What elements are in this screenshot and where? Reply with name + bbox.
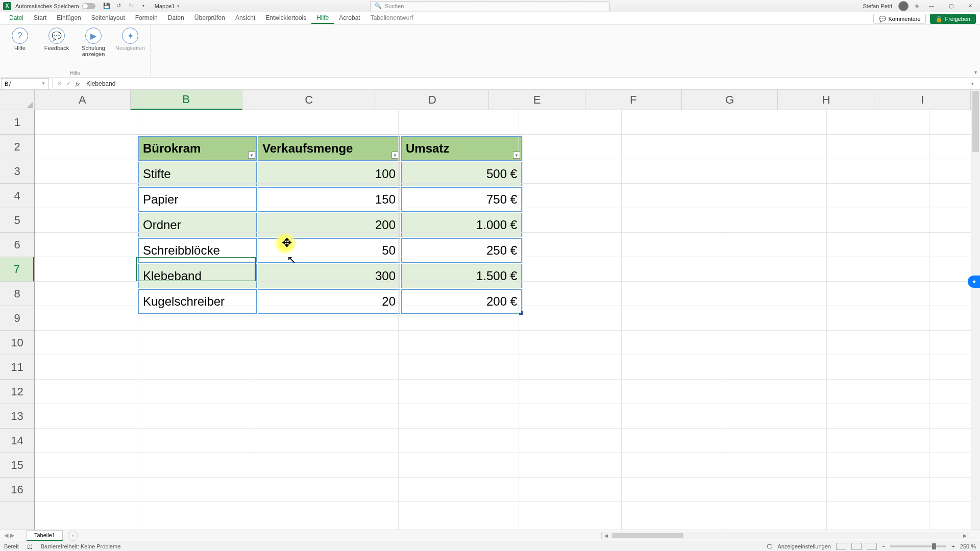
diamond-icon[interactable]: ◈ [915,3,919,9]
ribbon-tabs: Datei StartEinfügenSeitenlayoutFormelnDa… [0,12,980,24]
maximize-button[interactable]: ▢ [944,1,958,11]
zoom-thumb[interactable] [932,543,936,549]
tab-start[interactable]: Start [29,12,52,24]
redo-icon[interactable]: ↻ [127,2,136,11]
page-layout-view-icon[interactable] [851,543,862,550]
col-header-C[interactable]: C [242,90,376,110]
undo-icon[interactable]: ↺ [114,2,124,11]
row-header-11[interactable]: 11 [0,355,34,380]
ribbon-group-label: Hilfe [70,70,80,76]
excel-icon: X [3,2,11,10]
ribbon-hilfe[interactable]: ?Hilfe [5,28,35,57]
qat-dropdown-icon[interactable]: ▾ [139,2,148,11]
row-header-2[interactable]: 2 [0,135,34,159]
formula-input[interactable]: Klebeband [82,80,968,87]
tab-acrobat[interactable]: Acrobat [334,12,365,24]
row-header-5[interactable]: 5 [0,208,34,233]
cancel-formula-icon[interactable]: ✕ [55,80,64,87]
col-header-H[interactable]: H [778,90,874,110]
tab-ansicht[interactable]: Ansicht [230,12,260,24]
collapse-ribbon-icon[interactable]: ▾ [974,69,977,75]
row-header-9[interactable]: 9 [0,306,34,331]
row-header-3[interactable]: 3 [0,159,34,184]
toggle-track[interactable] [82,3,95,9]
row-header-13[interactable]: 13 [0,404,34,429]
normal-view-icon[interactable] [836,543,846,550]
row-header-8[interactable]: 8 [0,282,34,306]
ribbon-icon: ▶ [85,28,102,44]
scroll-right-icon[interactable]: ▶ [961,533,969,538]
zoom-out-icon[interactable]: − [882,543,885,549]
share-button[interactable]: 🔓 Freigeben [930,14,976,24]
accept-formula-icon[interactable]: ✓ [64,80,73,87]
name-box[interactable]: B7 ▼ [1,78,49,89]
col-header-A[interactable]: A [35,90,131,110]
user-name[interactable]: Stefan Petri [863,3,892,9]
save-icon[interactable]: 💾 [102,2,111,11]
row-header-1[interactable]: 1 [0,110,34,135]
close-button[interactable]: ✕ [964,1,977,11]
row-header-12[interactable]: 12 [0,380,34,404]
status-ready: Bereit [4,543,19,549]
tab-tabellenentwurf[interactable]: Tabellenentwurf [365,12,419,24]
name-box-value: B7 [5,81,11,87]
scrollbar-thumb[interactable] [612,533,683,538]
row-header-6[interactable]: 6 [0,233,34,257]
tab-entwicklertools[interactable]: Entwicklertools [260,12,311,24]
scrollbar-thumb[interactable] [972,91,979,152]
tab-hilfe[interactable]: Hilfe [311,12,334,24]
tab-überprüfen[interactable]: Überprüfen [189,12,230,24]
share-label: Freigeben [945,16,970,22]
tab-daten[interactable]: Daten [163,12,189,24]
zoom-level[interactable]: 250 % [960,543,976,549]
search-input[interactable]: 🔍 Suchen [370,1,610,11]
ribbon-schulung-anzeigen[interactable]: ▶Schulung anzeigen [79,28,108,57]
col-header-E[interactable]: E [489,90,585,110]
ribbon-icon: ✦ [122,28,138,44]
status-accessibility: Barrierefreiheit: Keine Probleme [41,543,121,549]
autosave-toggle[interactable]: Automatisches Speichern [15,3,95,9]
horizontal-scrollbar[interactable]: ◀ ▶ [601,532,969,539]
tab-einfügen[interactable]: Einfügen [52,12,86,24]
row-header-10[interactable]: 10 [0,331,34,355]
tab-file[interactable]: Datei [4,12,29,24]
col-header-G[interactable]: G [682,90,778,110]
comments-button[interactable]: 💬 Kommentare [873,14,926,24]
row-header-4[interactable]: 4 [0,184,34,208]
sheet-prev-icon[interactable]: ◀ [4,532,8,539]
fx-icon[interactable]: fx [73,81,82,87]
zoom-in-icon[interactable]: + [951,543,954,549]
cells[interactable]: Bürokram▾ Verkaufsmenge▾ Umsatz▾ Stifte1… [35,110,971,530]
sheet-tab[interactable]: Tabelle1 [27,530,63,541]
display-settings-label[interactable]: Anzeigeeinstellungen [777,543,831,549]
ribbon-feedback[interactable]: 💬Feedback [42,28,71,57]
col-header-B[interactable]: B [131,90,242,110]
col-header-D[interactable]: D [376,90,489,110]
autosave-label: Automatisches Speichern [15,3,79,9]
col-header-I[interactable]: I [874,90,971,110]
page-break-view-icon[interactable] [867,543,877,550]
avatar[interactable] [898,1,909,11]
sheet-next-icon[interactable]: ▶ [10,532,14,539]
minimize-button[interactable]: — [925,1,938,11]
display-settings-icon[interactable]: 🖵 [767,543,772,549]
side-panel-badge-icon[interactable]: ✦ [968,276,980,288]
vertical-scrollbar[interactable] [971,90,980,530]
ribbon-icon: 💬 [48,28,65,44]
zoom-slider[interactable] [890,545,946,547]
row-header-14[interactable]: 14 [0,429,34,453]
scroll-left-icon[interactable]: ◀ [602,533,610,538]
tab-formeln[interactable]: Formeln [130,12,163,24]
chevron-down-icon[interactable]: ▼ [41,81,45,86]
expand-formula-icon[interactable]: ▾ [968,81,977,86]
row-header-7[interactable]: 7 [0,257,34,282]
grid-area[interactable]: ABCDEFGHI 12345678910111213141516 Bürokr… [0,90,980,530]
workbook-name[interactable]: Mappe1 ▾ [155,3,180,9]
ribbon-neuigkeiten: ✦Neuigkeiten [115,28,145,57]
row-header-16[interactable]: 16 [0,478,34,502]
row-header-15[interactable]: 15 [0,453,34,478]
select-all-corner[interactable] [0,90,35,110]
tab-seitenlayout[interactable]: Seitenlayout [86,12,130,24]
add-sheet-button[interactable]: + [68,531,78,541]
col-header-F[interactable]: F [585,90,682,110]
